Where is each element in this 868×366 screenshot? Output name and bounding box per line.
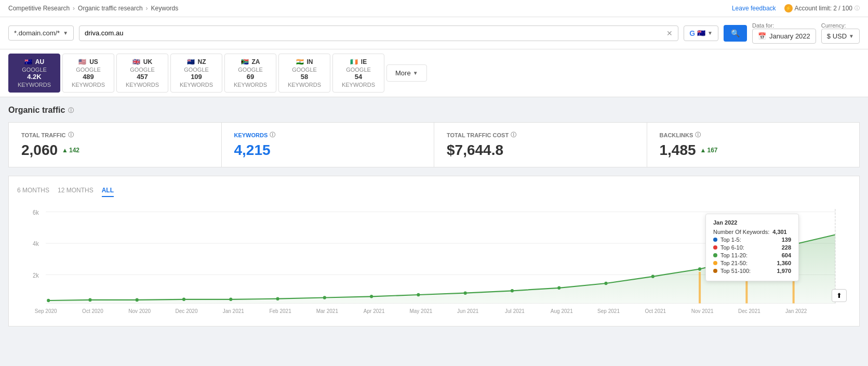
country-tab-engine-za: GOOGLE: [238, 67, 263, 73]
country-tab-keywords-us: 489: [83, 73, 94, 81]
metric-info-0[interactable]: ⓘ: [68, 131, 74, 139]
search-input[interactable]: [85, 29, 666, 37]
svg-text:Aug 2021: Aug 2021: [551, 308, 573, 315]
metric-info-2[interactable]: ⓘ: [511, 131, 516, 139]
breadcrumb-item-1[interactable]: Competitive Research: [8, 5, 70, 12]
country-tab-nz[interactable]: 🇳🇿 NZ GOOGLE 109 KEYWORDS: [170, 54, 222, 93]
more-button[interactable]: More▼: [386, 64, 427, 82]
metric-info-1[interactable]: ⓘ: [270, 131, 275, 139]
country-tab-top-ie: 🇮🇪 IE: [350, 58, 367, 66]
section-info-icon[interactable]: ⓘ: [68, 107, 74, 114]
tooltip-row-val-3: 1,360: [777, 260, 791, 266]
breadcrumb-item-3[interactable]: Keywords: [151, 5, 179, 12]
leave-feedback-link[interactable]: Leave feedback: [732, 5, 776, 12]
tooltip-row-3: Top 21-50: 1,360: [713, 260, 791, 266]
chart-area: 6k 4k 2k: [17, 203, 851, 318]
tooltip-row-1: Top 6-10: 228: [713, 244, 791, 251]
country-tab-ie[interactable]: 🇮🇪 IE GOOGLE 54 KEYWORDS: [332, 54, 384, 93]
svg-point-9: [136, 298, 139, 302]
domain-filter-dropdown[interactable]: *.domain.com/* ▼: [8, 25, 74, 41]
tooltip-row-val-4: 1,970: [777, 268, 791, 274]
svg-point-19: [605, 282, 608, 285]
country-tab-engine-au: GOOGLE: [22, 67, 47, 73]
metric-label-0: TOTAL TRAFFIC ⓘ: [21, 131, 209, 139]
metric-info-3[interactable]: ⓘ: [695, 131, 701, 139]
top-right-section: Leave feedback ⚡ Account limit: 2 / 100 …: [732, 4, 860, 12]
date-picker[interactable]: 📅 January 2022: [752, 29, 816, 44]
clear-search-button[interactable]: ✕: [666, 29, 673, 37]
currency-chevron: ▼: [849, 33, 854, 39]
metric-card-1: KEYWORDS ⓘ 4,215: [221, 122, 434, 167]
code-in: IN: [307, 58, 313, 66]
chart-period-all[interactable]: ALL: [102, 185, 114, 197]
data-for-group: Data for: 📅 January 2022: [752, 22, 816, 44]
breadcrumb-sep-1: ›: [73, 5, 75, 12]
breadcrumb-item-2[interactable]: Organic traffic research: [78, 5, 143, 12]
metrics-row: TOTAL TRAFFIC ⓘ 2,060 ▲ 142 KEYWORDS ⓘ 4…: [8, 122, 860, 167]
tooltip-dot-3: [713, 261, 717, 265]
country-tab-za[interactable]: 🇿🇦 ZA GOOGLE 69 KEYWORDS: [224, 54, 276, 93]
country-tab-keywords-nz: 109: [191, 73, 202, 81]
download-button[interactable]: ⬆: [832, 289, 847, 302]
flag-nz: 🇳🇿: [187, 58, 195, 66]
main-content: Organic traffic ⓘ TOTAL TRAFFIC ⓘ 2,060 …: [0, 97, 868, 335]
metric-change-3: ▲ 167: [700, 147, 718, 154]
chart-period-12-months[interactable]: 12 MONTHS: [58, 185, 94, 197]
svg-point-16: [464, 291, 467, 295]
metric-value-0: 2,060 ▲ 142: [21, 142, 209, 159]
country-tab-keywords-uk: 457: [137, 73, 148, 81]
code-ie: IE: [361, 58, 367, 66]
currency-select[interactable]: $ USD ▼: [821, 29, 860, 44]
svg-text:Jun 2021: Jun 2021: [457, 308, 478, 315]
code-us: US: [89, 58, 98, 66]
breadcrumb-sep-2: ›: [146, 5, 148, 12]
section-title-text: Organic traffic: [8, 106, 65, 115]
country-tab-uk[interactable]: 🇬🇧 UK GOOGLE 457 KEYWORDS: [116, 54, 168, 93]
metric-label-2: TOTAL TRAFFIC COST ⓘ: [447, 131, 634, 139]
account-limit-icon: ⚡: [784, 4, 793, 12]
metric-card-3: BACKLINKS ⓘ 1,485 ▲ 167: [647, 122, 860, 167]
svg-text:Dec 2021: Dec 2021: [738, 308, 760, 315]
svg-point-8: [88, 298, 91, 302]
search-button[interactable]: 🔍: [724, 25, 747, 42]
country-tab-keywords-za: 69: [247, 73, 254, 81]
country-tab-keywords-ie: 54: [355, 73, 362, 81]
svg-point-12: [276, 297, 279, 300]
country-tab-au[interactable]: 🇦🇺 AU GOOGLE 4.2K KEYWORDS: [8, 54, 60, 93]
svg-text:6k: 6k: [33, 210, 39, 216]
svg-point-7: [47, 299, 50, 303]
top-bar: Competitive Research › Organic traffic r…: [0, 0, 868, 17]
section-title: Organic traffic ⓘ: [8, 106, 860, 115]
tooltip-row-val-2: 604: [782, 252, 791, 258]
flag-in: 🇮🇳: [296, 58, 304, 66]
country-tab-us[interactable]: 🇺🇸 US GOOGLE 489 KEYWORDS: [62, 54, 114, 93]
country-flag-au: 🇦🇺: [697, 29, 705, 37]
country-tab-keywords-label-za: KEYWORDS: [234, 82, 267, 88]
currency-label: Currency:: [821, 22, 860, 29]
svg-point-21: [698, 267, 701, 271]
tooltip-row-4: Top 51-100: 1,970: [713, 268, 791, 274]
tooltip-dot-1: [713, 245, 717, 250]
search-input-wrap: ✕: [79, 25, 678, 41]
search-engine-selector[interactable]: G 🇦🇺 ▼: [684, 25, 718, 41]
code-uk: UK: [143, 58, 152, 66]
code-nz: NZ: [198, 58, 206, 66]
metric-label-3: BACKLINKS ⓘ: [660, 131, 847, 139]
svg-point-18: [557, 286, 560, 290]
chart-tooltip: Jan 2022 Number Of Keywords: 4,301 Top 1…: [705, 214, 799, 281]
flag-au: 🇦🇺: [24, 58, 32, 66]
country-tab-in[interactable]: 🇮🇳 IN GOOGLE 58 KEYWORDS: [278, 54, 330, 93]
tooltip-row-label-3: Top 21-50:: [720, 260, 773, 266]
engine-chevron: ▼: [707, 30, 713, 36]
code-za: ZA: [252, 58, 260, 66]
tooltip-row-val-1: 228: [782, 244, 791, 251]
metric-value-2: $7,644.8: [447, 142, 634, 159]
domain-filter-value: *.domain.com/*: [14, 29, 60, 37]
chart-period-6-months[interactable]: 6 MONTHS: [17, 185, 49, 197]
svg-point-10: [182, 298, 185, 302]
country-tab-engine-nz: GOOGLE: [184, 67, 209, 73]
data-for-label: Data for:: [752, 22, 816, 29]
tooltip-dot-2: [713, 253, 717, 257]
country-tab-engine-us: GOOGLE: [76, 67, 101, 73]
svg-text:2k: 2k: [33, 272, 39, 279]
